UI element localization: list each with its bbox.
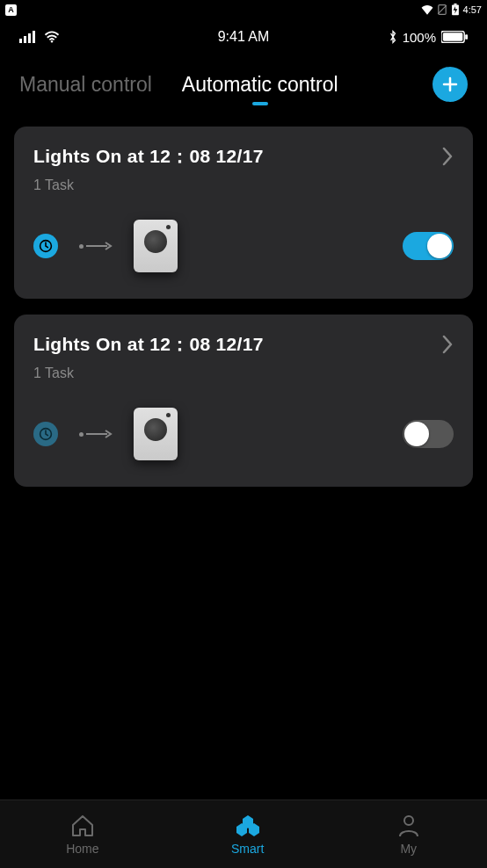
arrow-icon [79,242,113,250]
nav-smart[interactable]: Smart [231,814,264,856]
tab-manual-control[interactable]: Manual control [19,73,152,97]
nav-my-label: My [400,842,417,856]
nav-my[interactable]: My [396,814,421,856]
nav-home[interactable]: Home [66,814,98,856]
automation-list: Lights On at 12：08 12/17 1 Task Ligh [0,111,487,503]
home-icon [69,814,96,838]
svg-rect-10 [443,33,463,40]
tab-automatic-control[interactable]: Automatic control [182,73,338,97]
app-switch-badge: A [5,4,17,16]
svg-line-1 [438,5,447,14]
system-clock: 4:57 [463,4,482,15]
chevron-right-icon [441,335,454,354]
svg-rect-3 [454,4,456,5]
clock-icon [33,422,58,446]
svg-point-18 [404,816,413,825]
nav-home-label: Home [66,842,98,856]
cellular-signal-icon [19,31,39,43]
chevron-right-icon [441,147,454,166]
sim-disabled-icon [437,4,447,15]
bluetooth-icon [389,30,397,44]
automation-title: Lights On at 12：08 12/17 [33,144,264,169]
svg-rect-7 [33,31,35,43]
automation-toggle[interactable] [403,232,454,260]
arrow-icon [79,430,113,438]
bottom-navigation: Home Smart My [0,799,487,868]
battery-percent: 100% [403,30,436,45]
automation-subtitle: 1 Task [33,365,454,381]
svg-rect-11 [465,34,468,40]
svg-point-8 [51,40,53,42]
battery-charging-icon [451,4,460,16]
system-status-bar: A 4:57 [0,0,487,19]
clock-icon [33,234,58,258]
svg-rect-5 [24,36,26,43]
wifi-icon [44,31,60,43]
automation-title: Lights On at 12：08 12/17 [33,332,264,357]
smart-icon [234,814,262,838]
profile-icon [396,814,421,838]
wifi-icon [421,4,433,15]
device-thumbnail [134,408,178,460]
add-button[interactable] [432,67,468,102]
nav-smart-label: Smart [231,842,264,856]
automation-card[interactable]: Lights On at 12：08 12/17 1 Task [14,315,473,487]
plus-icon [441,76,459,93]
automation-subtitle: 1 Task [33,177,454,193]
control-tabs: Manual control Automatic control [0,54,487,111]
battery-icon [441,31,468,43]
svg-rect-6 [28,33,31,43]
automation-toggle[interactable] [403,420,454,448]
app-status-bar: 9:41 AM 100% [0,19,487,54]
svg-rect-4 [19,39,22,43]
device-thumbnail [134,220,178,272]
automation-card[interactable]: Lights On at 12：08 12/17 1 Task [14,127,473,299]
